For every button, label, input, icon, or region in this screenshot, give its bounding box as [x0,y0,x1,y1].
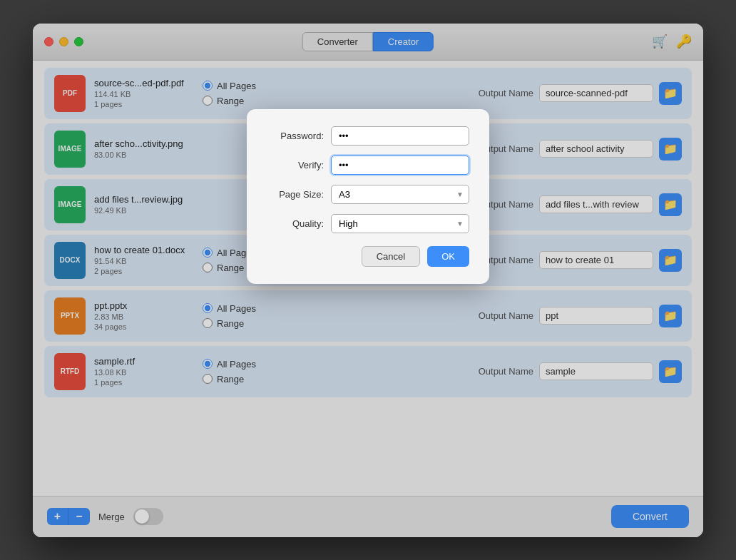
verify-input[interactable] [331,156,469,175]
page-size-row: Page Size: A3 A4 A5 Letter Legal ▼ [267,185,469,204]
password-label: Password: [267,131,324,141]
password-row: Password: [267,126,469,146]
quality-select-wrapper: High Medium Low ▼ [331,214,469,233]
cancel-button[interactable]: Cancel [362,246,420,267]
page-size-select-wrapper: A3 A4 A5 Letter Legal ▼ [331,185,469,204]
quality-label: Quality: [267,218,324,229]
page-size-label: Page Size: [267,189,324,200]
password-dialog: Password: Verify: Page Size: A3 A4 A5 Le… [247,109,489,284]
page-size-select[interactable]: A3 A4 A5 Letter Legal [331,185,469,204]
verify-label: Verify: [267,160,324,170]
quality-row: Quality: High Medium Low ▼ [267,214,469,233]
ok-button[interactable]: OK [427,246,469,267]
quality-select[interactable]: High Medium Low [331,214,469,233]
password-input[interactable] [331,126,469,146]
verify-row: Verify: [267,156,469,175]
modal-overlay: Password: Verify: Page Size: A3 A4 A5 Le… [33,24,703,537]
modal-button-group: Cancel OK [267,246,469,267]
